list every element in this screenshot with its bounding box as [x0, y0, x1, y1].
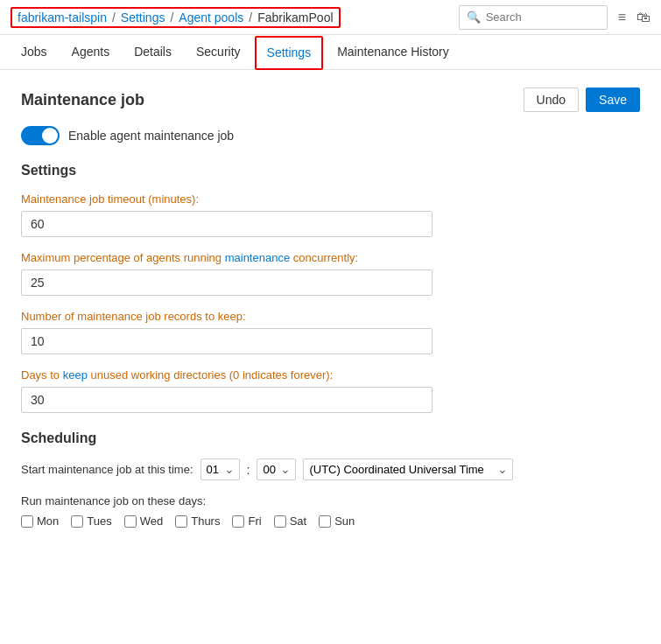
- day-mon[interactable]: Mon: [21, 514, 59, 528]
- search-box[interactable]: 🔍: [459, 5, 608, 30]
- breadcrumb: fabrikam-tailspin / Settings / Agent poo…: [11, 7, 341, 28]
- bag-icon[interactable]: 🛍: [636, 10, 650, 25]
- page-title: Maintenance job: [21, 91, 144, 109]
- tab-security[interactable]: Security: [186, 35, 251, 69]
- undo-button[interactable]: Undo: [524, 88, 579, 112]
- tab-agents[interactable]: Agents: [61, 35, 121, 69]
- form-group-records: Number of maintenance job records to kee…: [21, 310, 640, 354]
- days-section: Run maintenance job on these days: Mon T…: [21, 494, 640, 528]
- tab-maintenance-history[interactable]: Maintenance History: [327, 35, 460, 69]
- timezone-select-wrap: (UTC) Coordinated Universal Time (UTC+01…: [303, 458, 513, 480]
- label-days: Days to keep unused working directories …: [21, 368, 640, 382]
- input-days[interactable]: [21, 387, 432, 413]
- tab-bar: Jobs Agents Details Security Settings Ma…: [0, 35, 661, 70]
- checkbox-thurs[interactable]: [175, 515, 187, 528]
- checkbox-sat[interactable]: [274, 515, 286, 528]
- section-header: Maintenance job Undo Save: [21, 88, 640, 112]
- day-sat[interactable]: Sat: [274, 514, 307, 528]
- start-label: Start maintenance job at this time:: [21, 463, 193, 476]
- agent-pools-crumb[interactable]: Agent pools: [179, 10, 243, 24]
- minute-select[interactable]: 00 15 30 45: [257, 458, 296, 480]
- timezone-select[interactable]: (UTC) Coordinated Universal Time (UTC+01…: [303, 458, 513, 480]
- form-group-timeout: Maintenance job timeout (minutes):: [21, 192, 640, 237]
- btn-group: Undo Save: [524, 88, 640, 112]
- sep2: /: [170, 10, 173, 24]
- input-timeout[interactable]: [21, 211, 432, 237]
- tab-details[interactable]: Details: [123, 35, 182, 69]
- checkbox-tues[interactable]: [71, 515, 83, 528]
- settings-section: Settings Maintenance job timeout (minute…: [21, 163, 640, 413]
- tab-jobs[interactable]: Jobs: [11, 35, 58, 69]
- day-sun[interactable]: Sun: [319, 514, 355, 528]
- day-tues[interactable]: Tues: [71, 514, 111, 528]
- label-max-percentage: Maximum percentage of agents running mai…: [21, 251, 640, 264]
- hour-select-wrap: 01 02 03 04 05 06 07 08 09 10 11 12: [200, 458, 240, 480]
- checkbox-fri[interactable]: [232, 515, 244, 528]
- sep1: /: [112, 10, 116, 24]
- schedule-time-row: Start maintenance job at this time: 01 0…: [21, 458, 640, 480]
- form-group-days: Days to keep unused working directories …: [21, 368, 640, 413]
- day-wed[interactable]: Wed: [124, 514, 164, 528]
- label-timeout: Maintenance job timeout (minutes):: [21, 192, 640, 206]
- top-bar: fabrikam-tailspin / Settings / Agent poo…: [0, 0, 661, 35]
- main-content: Maintenance job Undo Save Enable agent m…: [0, 70, 661, 545]
- settings-title: Settings: [21, 163, 640, 178]
- input-records[interactable]: [21, 328, 432, 354]
- day-thurs[interactable]: Thurs: [175, 514, 220, 528]
- fabrikam-pool-crumb[interactable]: FabrikamPool: [257, 10, 333, 24]
- day-fri[interactable]: Fri: [232, 514, 261, 528]
- settings-crumb[interactable]: Settings: [121, 10, 165, 24]
- list-icon[interactable]: ≡: [618, 10, 626, 25]
- tab-settings[interactable]: Settings: [255, 36, 324, 70]
- top-bar-right: 🔍 ≡ 🛍: [459, 5, 650, 30]
- time-colon: :: [247, 463, 250, 477]
- label-records: Number of maintenance job records to kee…: [21, 310, 640, 323]
- input-max-percentage[interactable]: [21, 270, 432, 296]
- scheduling-section: Scheduling Start maintenance job at this…: [21, 430, 640, 528]
- sep3: /: [249, 10, 252, 24]
- minute-select-wrap: 00 15 30 45: [257, 458, 296, 480]
- checkbox-wed[interactable]: [124, 515, 137, 528]
- checkbox-sun[interactable]: [319, 515, 331, 528]
- toggle-row: Enable agent maintenance job: [21, 126, 640, 145]
- toggle-knob: [42, 128, 58, 144]
- scheduling-title: Scheduling: [21, 430, 640, 446]
- search-input[interactable]: [486, 10, 600, 24]
- toggle-label: Enable agent maintenance job: [68, 129, 234, 143]
- checkbox-mon[interactable]: [21, 515, 33, 528]
- save-button[interactable]: Save: [586, 88, 640, 112]
- enable-toggle[interactable]: [21, 126, 60, 145]
- hour-select[interactable]: 01 02 03 04 05 06 07 08 09 10 11 12: [200, 458, 240, 480]
- days-row: Mon Tues Wed Thurs Fri: [21, 514, 640, 528]
- form-group-max-percentage: Maximum percentage of agents running mai…: [21, 251, 640, 296]
- days-label: Run maintenance job on these days:: [21, 494, 640, 508]
- brand-link[interactable]: fabrikam-tailspin: [18, 10, 107, 24]
- search-icon: 🔍: [467, 10, 481, 24]
